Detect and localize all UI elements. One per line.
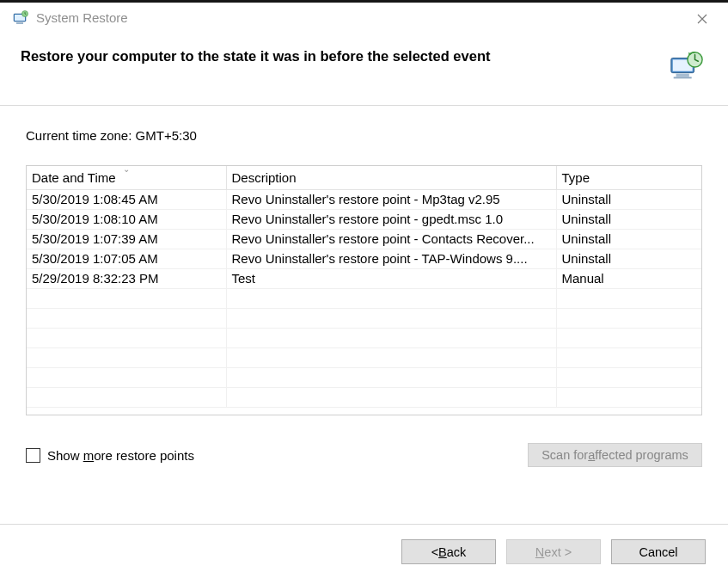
column-header-description-label: Description (232, 170, 297, 185)
cell-date: 5/30/2019 1:07:39 AM (27, 229, 226, 249)
scan-underlined: a (588, 448, 595, 462)
cell-type: Uninstall (556, 249, 701, 268)
table-row-empty (27, 328, 701, 347)
system-restore-icon (12, 9, 29, 27)
column-header-description[interactable]: Description (226, 166, 556, 189)
cell-type: Uninstall (556, 229, 701, 249)
cell-description: Revo Uninstaller's restore point - Mp3ta… (226, 189, 556, 209)
cell-description: Revo Uninstaller's restore point - gpedt… (226, 209, 556, 229)
header-section: Restore your computer to the state it wa… (0, 33, 728, 105)
cell-date: 5/30/2019 1:08:45 AM (27, 189, 226, 209)
cell-type: Manual (556, 268, 701, 288)
restore-clock-icon (668, 48, 704, 84)
show-more-checkbox[interactable]: Show more restore points (26, 448, 194, 463)
cancel-label: Cancel (639, 545, 677, 559)
bottom-separator (0, 524, 728, 525)
next-suffix: ext > (544, 545, 572, 559)
page-heading: Restore your computer to the state it wa… (21, 48, 490, 65)
cell-date: 5/30/2019 1:08:10 AM (27, 209, 226, 229)
sort-descending-icon: ⌄ (123, 165, 130, 174)
cell-date: 5/30/2019 1:07:05 AM (27, 249, 226, 268)
restore-points-table: Date and Time ⌄ Description Type 5/30/20… (26, 165, 702, 415)
back-suffix: ack (447, 545, 467, 559)
cell-description: Test (226, 268, 556, 288)
table-row-empty (27, 347, 701, 367)
show-more-suffix: ore restore points (94, 448, 194, 463)
svg-rect-7 (674, 77, 692, 78)
cell-date: 5/29/2019 8:32:23 PM (27, 268, 226, 288)
back-underlined: B (438, 545, 447, 559)
below-table-row: Show more restore points Scan for affect… (26, 443, 702, 467)
table-row[interactable]: 5/30/2019 1:07:39 AMRevo Uninstaller's r… (27, 229, 701, 249)
column-header-date[interactable]: Date and Time ⌄ (27, 166, 226, 189)
cell-description: Revo Uninstaller's restore point - TAP-W… (226, 249, 556, 268)
show-more-prefix: Show (47, 448, 83, 463)
back-prefix: < (431, 545, 438, 559)
table-row[interactable]: 5/29/2019 8:32:23 PMTestManual (27, 268, 701, 288)
next-button: Next > (506, 539, 601, 564)
scan-suffix: ffected programs (595, 448, 688, 462)
table-row-empty (27, 367, 701, 387)
next-underlined: N (535, 545, 544, 559)
window-title: System Restore (36, 10, 128, 25)
table-row-empty (27, 308, 701, 328)
cell-description: Revo Uninstaller's restore point - Conta… (226, 229, 556, 249)
svg-rect-6 (676, 74, 689, 77)
checkbox-box-icon (26, 448, 40, 463)
table-row-empty (27, 288, 701, 308)
table-row-empty (27, 387, 701, 407)
back-button[interactable]: < Back (401, 539, 496, 564)
table-row[interactable]: 5/30/2019 1:07:05 AMRevo Uninstaller's r… (27, 249, 701, 268)
titlebar: System Restore (0, 0, 728, 33)
content-area: Current time zone: GMT+5:30 Date and Tim… (0, 106, 728, 512)
table-row[interactable]: 5/30/2019 1:08:10 AMRevo Uninstaller's r… (27, 209, 701, 229)
show-more-label: Show more restore points (47, 448, 194, 463)
table-row[interactable]: 5/30/2019 1:08:45 AMRevo Uninstaller's r… (27, 189, 701, 209)
show-more-underlined: m (83, 448, 95, 463)
column-header-date-label: Date and Time (32, 170, 116, 185)
scan-prefix: Scan for (541, 448, 588, 462)
close-button[interactable] (685, 8, 719, 30)
timezone-label: Current time zone: GMT+5:30 (26, 128, 702, 143)
cancel-button[interactable]: Cancel (611, 539, 706, 564)
column-header-type-label: Type (562, 170, 590, 185)
wizard-button-bar: < Back Next > Cancel (401, 539, 706, 564)
cell-type: Uninstall (556, 189, 701, 209)
svg-rect-2 (16, 22, 23, 24)
scan-affected-programs-button: Scan for affected programs (528, 443, 702, 467)
column-header-type[interactable]: Type (556, 166, 701, 189)
cell-type: Uninstall (556, 209, 701, 229)
